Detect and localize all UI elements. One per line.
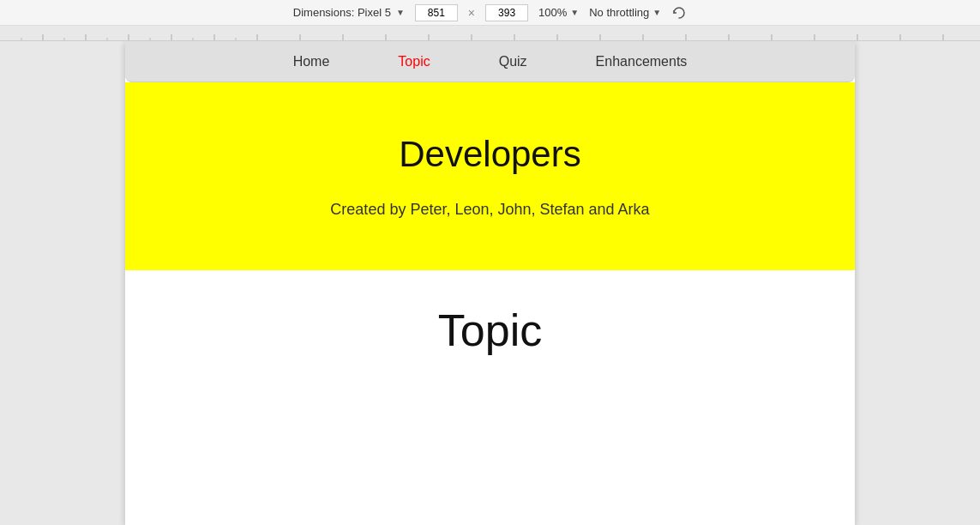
hero-subtitle: Created by Peter, Leon, John, Stefan and…: [159, 201, 821, 219]
throttle-dropdown-arrow[interactable]: ▼: [652, 8, 661, 17]
zoom-dropdown-arrow[interactable]: ▼: [570, 8, 579, 17]
hero-title: Developers: [159, 134, 821, 175]
dimensions-dropdown-arrow[interactable]: ▼: [396, 8, 405, 17]
content-section: Topic: [125, 270, 855, 525]
hero-section: Developers Created by Peter, Leon, John,…: [125, 82, 855, 270]
nav-item-quiz[interactable]: Quiz: [465, 42, 562, 81]
height-input[interactable]: [485, 4, 528, 21]
rotate-icon[interactable]: [671, 5, 687, 21]
svg-rect-0: [0, 26, 980, 41]
throttle-label: No throttling: [589, 6, 649, 19]
zoom-selector[interactable]: 100% ▼: [538, 6, 579, 19]
dimension-separator: ×: [468, 6, 475, 20]
nav-item-topic[interactable]: Topic: [364, 42, 464, 81]
content-title: Topic: [159, 305, 821, 356]
browser-viewport: Home Topic Quiz Enhancements Developers …: [0, 41, 980, 525]
navigation: Home Topic Quiz Enhancements: [125, 41, 855, 82]
dimensions-label: Dimensions: Pixel 5: [293, 6, 391, 19]
width-input[interactable]: [415, 4, 458, 21]
devtools-toolbar: Dimensions: Pixel 5 ▼ × 100% ▼ No thrott…: [0, 0, 980, 26]
website-frame: Home Topic Quiz Enhancements Developers …: [125, 41, 855, 525]
nav-item-home[interactable]: Home: [259, 42, 364, 81]
nav-item-enhancements[interactable]: Enhancements: [562, 42, 722, 81]
nav-items-container: Home Topic Quiz Enhancements: [259, 41, 722, 81]
zoom-value: 100%: [538, 6, 567, 19]
dimensions-selector[interactable]: Dimensions: Pixel 5 ▼: [293, 6, 405, 19]
ruler: [0, 26, 980, 41]
throttle-selector[interactable]: No throttling ▼: [589, 6, 661, 19]
